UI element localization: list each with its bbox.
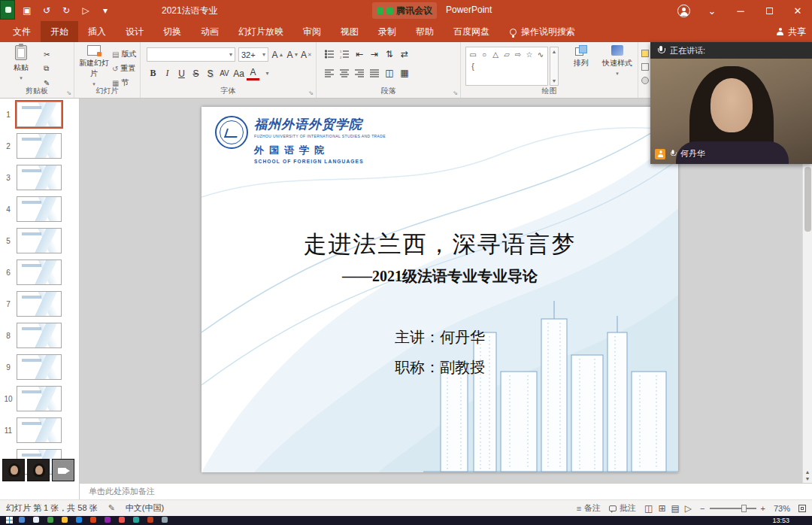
shape-icon[interactable]: ⇨: [513, 48, 523, 60]
italic-button[interactable]: I: [161, 66, 174, 80]
reading-view-icon[interactable]: ▤: [671, 503, 680, 514]
ribbon-tab[interactable]: 百度网盘: [444, 21, 499, 42]
slide-thumbnail-image[interactable]: [17, 228, 62, 253]
shape-icon[interactable]: ○: [479, 48, 489, 60]
close-button[interactable]: ✕: [783, 0, 812, 21]
columns-icon[interactable]: ◫: [383, 66, 396, 79]
redo-icon[interactable]: ↻: [59, 5, 74, 16]
account-button[interactable]: [669, 0, 698, 21]
tellme-search[interactable]: 操作说明搜索: [510, 21, 575, 42]
strikethrough-button[interactable]: S: [189, 66, 202, 80]
meeting-member-strip[interactable]: [2, 459, 74, 481]
taskbar-app-icon[interactable]: [90, 517, 96, 523]
taskbar-app-icon[interactable]: [147, 517, 153, 523]
taskbar-app-icon[interactable]: [76, 517, 82, 523]
change-case-button[interactable]: Aa: [232, 66, 245, 80]
qat-customize-icon[interactable]: ▾: [98, 5, 113, 16]
clear-formatting-button[interactable]: A✕: [300, 47, 313, 62]
shape-gallery-scroll[interactable]: ▲▼: [550, 47, 559, 86]
slide-subtitle[interactable]: ——2021级法语专业专业导论: [201, 266, 678, 287]
zoom-in-icon[interactable]: +: [761, 504, 765, 513]
slide-thumbnail-image[interactable]: [17, 417, 62, 443]
taskbar-app-icon[interactable]: [162, 517, 168, 523]
save-icon[interactable]: ▣: [20, 5, 35, 16]
slide-thumbnail-image[interactable]: [17, 323, 62, 348]
member-video-tile[interactable]: [2, 459, 25, 481]
next-slide-icon[interactable]: ▼: [805, 476, 810, 481]
clipboard-dialog-launcher-icon[interactable]: ⇘: [66, 90, 71, 96]
taskbar-app-icon[interactable]: [47, 517, 53, 523]
previous-slide-icon[interactable]: ▲: [805, 469, 810, 475]
font-name-combo[interactable]: ▾: [147, 47, 235, 62]
maximize-button[interactable]: [755, 0, 783, 21]
slideshow-view-icon[interactable]: ▷: [685, 503, 692, 514]
meeting-panel-header[interactable]: 正在讲话:: [650, 42, 812, 59]
ribbon-tab[interactable]: 幻灯片放映: [229, 21, 293, 42]
font-size-combo[interactable]: 32+▾: [238, 47, 268, 62]
shape-icon[interactable]: ▱: [501, 48, 512, 60]
cut-icon[interactable]: ✂: [44, 48, 50, 60]
shape-scroll-up-icon[interactable]: ▲: [552, 49, 557, 54]
tencent-meeting-bar[interactable]: 腾讯会议: [372, 2, 437, 19]
start-button-icon[interactable]: [6, 517, 13, 523]
scrollbar-thumb[interactable]: [804, 167, 811, 232]
underline-button[interactable]: U: [175, 66, 188, 80]
bold-button[interactable]: B: [147, 66, 159, 80]
ribbon-tab[interactable]: 视图: [331, 21, 368, 42]
taskbar-app-icon[interactable]: [62, 517, 68, 523]
ribbon-tab[interactable]: 设计: [116, 21, 153, 42]
copy-icon[interactable]: ⧉: [44, 62, 50, 74]
shape-icon[interactable]: △: [490, 48, 501, 60]
lecturer-block[interactable]: 主讲：何丹华 职称：副教授: [201, 322, 678, 382]
taskbar-app-icon[interactable]: [105, 517, 111, 523]
slide-thumbnail-image[interactable]: [17, 196, 62, 222]
slide-thumbnail-row[interactable]: 7: [0, 288, 79, 320]
speaker-video[interactable]: 何丹华: [650, 59, 812, 164]
slide-sorter-view-icon[interactable]: ⊞: [658, 503, 665, 514]
undo-icon[interactable]: ↺: [39, 5, 54, 16]
share-button[interactable]: 共享: [776, 21, 806, 42]
zoom-percentage[interactable]: 73%: [774, 504, 790, 513]
slide-thumbnail-image[interactable]: [17, 386, 62, 411]
slide-thumbnail-row[interactable]: 4: [0, 193, 79, 225]
slide-thumbnail-image[interactable]: [17, 291, 62, 317]
numbering-icon[interactable]: 12: [338, 47, 351, 60]
ribbon-tab[interactable]: 录制: [368, 21, 406, 42]
comments-toggle[interactable]: 批注: [609, 502, 636, 514]
shape-scroll-down-icon[interactable]: ▼: [552, 78, 557, 83]
font-dialog-launcher-icon[interactable]: ⇘: [308, 90, 314, 96]
layout-button[interactable]: ▤版式: [112, 48, 136, 60]
ribbon-display-options-icon[interactable]: ⌄: [698, 0, 726, 21]
taskbar-app-icon[interactable]: [133, 517, 139, 523]
taskbar-app-icon[interactable]: [19, 517, 25, 523]
justify-icon[interactable]: [368, 66, 381, 79]
smartart-icon[interactable]: ▦: [398, 66, 411, 79]
align-right-icon[interactable]: [353, 66, 366, 79]
slide-thumbnail-image[interactable]: [17, 259, 62, 285]
ribbon-tab[interactable]: 审阅: [293, 21, 331, 42]
quick-styles-button[interactable]: 快速样式 ▾: [599, 45, 635, 77]
ribbon-tab[interactable]: 文件: [3, 21, 41, 42]
font-color-dropdown-icon[interactable]: ▾: [261, 66, 274, 80]
text-shadow-button[interactable]: S: [204, 66, 217, 80]
slide-thumbnail-image[interactable]: [17, 354, 62, 380]
taskbar-app-icon[interactable]: [33, 517, 39, 523]
character-spacing-button[interactable]: AV: [218, 66, 231, 80]
slide-thumbnail-row[interactable]: 10: [0, 383, 79, 414]
grow-font-button[interactable]: A▲: [271, 47, 284, 62]
text-direction-icon[interactable]: ⇄: [398, 47, 411, 60]
windows-taskbar[interactable]: 13:53: [0, 516, 812, 525]
ribbon-tab[interactable]: 插入: [78, 21, 116, 42]
slide-thumbnail-row[interactable]: 9: [0, 351, 79, 383]
zoom-out-icon[interactable]: −: [700, 504, 704, 513]
start-slideshow-icon[interactable]: ▷: [78, 5, 93, 16]
slide[interactable]: 福州外语外贸学院 FUZHOU UNIVERSITY OF INTERNATIO…: [201, 107, 678, 472]
taskbar-app-icon[interactable]: [119, 517, 125, 523]
align-left-icon[interactable]: [323, 66, 336, 79]
shrink-font-button[interactable]: A▼: [286, 47, 299, 62]
slide-thumbnail-row[interactable]: 8: [0, 320, 79, 351]
slide-thumbnail-row[interactable]: 2: [0, 130, 79, 162]
decrease-indent-icon[interactable]: ⇤: [353, 47, 366, 60]
slide-thumbnail-row[interactable]: 6: [0, 256, 79, 288]
slide-thumbnail-image[interactable]: [17, 165, 62, 190]
